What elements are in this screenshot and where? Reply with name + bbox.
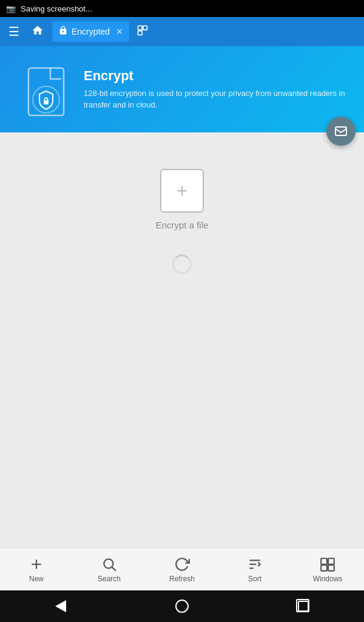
screenshot-icon: 📷 (6, 4, 16, 13)
home-icon (175, 600, 189, 613)
svg-rect-1 (143, 26, 147, 30)
svg-rect-15 (328, 558, 334, 564)
home-button[interactable] (28, 22, 47, 42)
home-android-button[interactable] (170, 594, 194, 618)
nav-search-label: Search (98, 575, 121, 583)
svg-rect-14 (321, 558, 327, 564)
nav-refresh-label: Refresh (169, 575, 195, 583)
bottom-nav: New Search Refresh Sort Windows (0, 548, 364, 590)
status-bar: 📷 Saving screenshot... (0, 0, 364, 17)
svg-rect-5 (44, 100, 49, 104)
nav-sort-button[interactable]: Sort (218, 549, 291, 590)
header-icon-area (12, 56, 79, 123)
encrypt-file-icon (21, 62, 70, 117)
tab-label: Encrypted (72, 27, 110, 36)
recents-button[interactable] (291, 594, 315, 618)
android-nav-bar (0, 590, 364, 622)
svg-rect-16 (321, 565, 327, 571)
main-content: + Encrypt a file (0, 132, 364, 548)
back-icon (55, 600, 66, 612)
sort-icon (247, 556, 263, 572)
encrypt-file-label: Encrypt a file (156, 220, 209, 230)
fab-button[interactable] (326, 117, 356, 146)
svg-point-9 (104, 559, 113, 568)
svg-rect-6 (335, 127, 346, 135)
back-button[interactable] (49, 594, 73, 618)
svg-rect-2 (138, 31, 143, 35)
status-text: Saving screenshot... (21, 4, 92, 13)
svg-rect-0 (138, 26, 143, 30)
tab-windows-button[interactable] (136, 24, 149, 39)
tab-close-button[interactable]: ✕ (116, 27, 123, 36)
nav-search-button[interactable]: Search (73, 549, 146, 590)
tab-bar: ☰ Encrypted ✕ (0, 17, 364, 46)
search-icon (101, 556, 117, 572)
svg-rect-17 (328, 565, 334, 571)
header-description: 128-bit encryption is used to protect yo… (84, 87, 352, 111)
header-text-area: Encrypt 128-bit encryption is used to pr… (79, 68, 352, 111)
nav-windows-label: Windows (313, 575, 343, 583)
nav-refresh-button[interactable]: Refresh (146, 549, 218, 590)
encrypt-add-button[interactable]: + (160, 169, 204, 213)
plus-icon: + (177, 181, 188, 200)
header-title: Encrypt (84, 68, 352, 84)
refresh-icon (174, 556, 190, 572)
windows-icon (320, 556, 335, 572)
nav-new-label: New (29, 575, 44, 583)
hamburger-menu-button[interactable]: ☰ (5, 22, 23, 41)
nav-windows-button[interactable]: Windows (291, 549, 364, 590)
lock-icon (58, 26, 68, 38)
nav-new-button[interactable]: New (0, 549, 73, 590)
nav-sort-label: Sort (248, 575, 261, 583)
loading-spinner (172, 255, 192, 274)
encrypted-tab[interactable]: Encrypted ✕ (52, 21, 129, 42)
recents-icon (298, 601, 309, 612)
header-banner: Encrypt 128-bit encryption is used to pr… (0, 46, 364, 132)
svg-line-10 (112, 567, 116, 570)
new-icon (29, 556, 44, 572)
